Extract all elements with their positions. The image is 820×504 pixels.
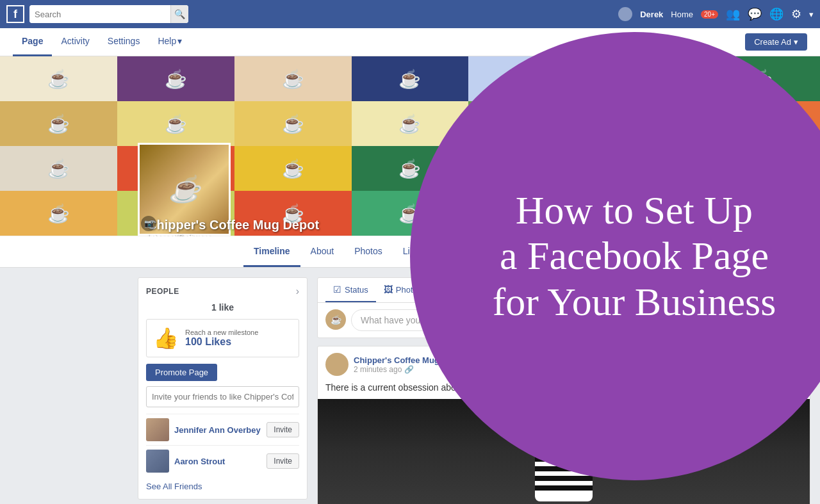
status-tab-status[interactable]: ☑ Status (325, 278, 376, 302)
page-title: Chipper's Coffee Mug Depot (147, 218, 319, 232)
tab-photos[interactable]: Photos (344, 236, 393, 267)
create-ad-chevron-icon: ▾ (794, 37, 798, 47)
subnav-activity[interactable]: Activity (52, 28, 98, 56)
friend-row-2: Aaron Strout Invite (146, 445, 299, 476)
friend-avatar-2 (146, 450, 169, 473)
overlay-text: How to Set Up a Facebook Page for Your B… (467, 162, 802, 350)
nav-avatar (618, 7, 632, 21)
friend-name-2: Aaron Strout (174, 457, 261, 466)
cup-15: ☕ (0, 146, 117, 191)
people-card: PEOPLE › 1 like 👍 Reach a new milestone … (138, 277, 308, 500)
milestone-text: Reach a new milestone 100 Likes (185, 329, 292, 348)
milestone-box: 👍 Reach a new milestone 100 Likes (146, 319, 299, 357)
search-button[interactable]: 🔍 (170, 5, 188, 23)
cup-3: ☕ (234, 56, 352, 101)
invite-friends-input[interactable] (146, 386, 299, 407)
likes-count-display: 1 like (146, 302, 299, 313)
cup-1: ☕ (0, 56, 117, 101)
search-container: Chipper's Coffee Mug Depot 🔍 (29, 5, 188, 23)
cup-2: ☕ (117, 56, 234, 101)
friend-name-1: Jennifer Ann Overbey (174, 425, 261, 435)
top-navigation: f Chipper's Coffee Mug Depot 🔍 Derek Hom… (0, 0, 820, 28)
friend-avatar-1 (146, 418, 169, 441)
people-expand-icon[interactable]: › (296, 286, 299, 297)
messages-icon[interactable]: 💬 (748, 7, 762, 21)
nav-home-label: Home (671, 10, 693, 19)
globe-icon[interactable]: 🌐 (769, 7, 783, 21)
status-check-icon: ☑ (333, 284, 341, 295)
settings-icon[interactable]: ⚙ (791, 7, 801, 21)
milestone-thumbs-icon: 👍 (153, 326, 179, 350)
see-all-friends-link[interactable]: See All Friends (146, 476, 299, 491)
subnav-help[interactable]: Help ▾ (149, 28, 191, 56)
nav-right: Derek Home 20+ 👥 💬 🌐 ⚙ ▾ (618, 7, 814, 21)
tab-about[interactable]: About (300, 236, 345, 267)
people-card-header: PEOPLE › (146, 286, 299, 297)
promote-page-button[interactable]: Promote Page (146, 364, 217, 381)
subnav-settings[interactable]: Settings (99, 28, 149, 56)
facebook-logo: f (6, 5, 24, 23)
friends-icon[interactable]: 👥 (726, 7, 740, 21)
cup-8: ☕ (0, 101, 117, 146)
milestone-value: 100 Likes (185, 336, 292, 348)
cup-4: ☕ (352, 56, 469, 101)
photo-icon: 🖼 (384, 284, 393, 295)
people-section-title: PEOPLE (146, 287, 179, 296)
post-avatar (325, 353, 348, 376)
create-ad-button[interactable]: Create Ad ▾ (745, 33, 807, 51)
status-avatar: ☕ (325, 309, 346, 330)
milestone-label: Reach a new milestone (185, 329, 292, 336)
help-chevron-icon: ▾ (177, 36, 182, 46)
cup-22: ☕ (0, 191, 117, 236)
friend-row-1: Jennifer Ann Overbey Invite (146, 414, 299, 445)
notification-badge: 20+ (701, 10, 718, 19)
tab-timeline[interactable]: Timeline (243, 236, 300, 267)
cup-9: ☕ (117, 101, 234, 146)
left-column: PEOPLE › 1 like 👍 Reach a new milestone … (138, 277, 308, 504)
user-name-label: Derek (640, 10, 663, 19)
invite-button-1[interactable]: Invite (266, 422, 299, 437)
invite-button-2[interactable]: Invite (266, 453, 299, 469)
subnav-page[interactable]: Page (13, 28, 52, 56)
share-icon: 🔗 (404, 365, 414, 374)
cup-17: ☕ (234, 146, 352, 191)
cup-10: ☕ (234, 101, 352, 146)
search-input[interactable]: Chipper's Coffee Mug Depot (29, 5, 170, 23)
chevron-down-icon[interactable]: ▾ (809, 10, 814, 19)
